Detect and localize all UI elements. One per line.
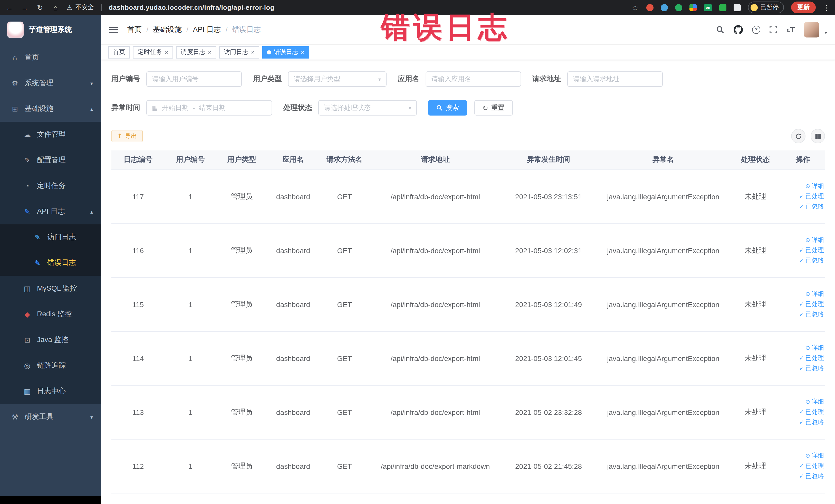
sidebar-item-home[interactable]: ⌂ 首页 (0, 45, 101, 70)
processed-link[interactable]: ✓已处理 (799, 300, 824, 309)
user-type-label: 用户类型 (253, 75, 282, 84)
user-id-input[interactable]: 请输入用户编号 (146, 72, 242, 87)
tab-scheduled-jobs[interactable]: 定时任务 × (133, 46, 173, 58)
search-icon (436, 105, 443, 111)
update-button[interactable]: 更新 (791, 2, 816, 13)
detail-link[interactable]: ⊙详细 (806, 398, 824, 406)
extension-icon-4[interactable] (690, 4, 697, 11)
user-type-select[interactable]: 请选择用户类型 ▾ (288, 72, 387, 87)
sidebar-item-access-log[interactable]: ✎ 访问日志 (0, 224, 101, 250)
ignore-link[interactable]: ✓已忽略 (799, 364, 824, 373)
breadcrumb-item[interactable]: 基础设施 (153, 25, 182, 34)
detail-link[interactable]: ⊙详细 (806, 289, 824, 298)
app-name-input[interactable]: 请输入应用名 (426, 72, 521, 87)
hamburger-icon[interactable] (109, 26, 118, 33)
ignore-link[interactable]: ✓已忽略 (799, 418, 824, 427)
sidebar-item-api-log[interactable]: ✎ API 日志 ▴ (0, 199, 101, 224)
processed-link[interactable]: ✓已处理 (799, 408, 824, 417)
reload-icon[interactable]: ↻ (36, 3, 44, 12)
cell-user-type: 管理员 (216, 223, 267, 277)
sidebar-item-mysql-monitor[interactable]: ◫ MySQL 监控 (0, 276, 101, 301)
refresh-button[interactable] (791, 129, 806, 143)
reset-button[interactable]: ↻ 重置 (474, 100, 513, 116)
date-range-input[interactable]: ▦ 开始日期 - 结束日期 (146, 100, 272, 116)
sidebar-item-tracing[interactable]: ◎ 链路追踪 (0, 353, 101, 379)
sidebar-item-scheduled-jobs[interactable]: ◔ 定时任务 (0, 173, 101, 199)
close-icon[interactable]: × (301, 48, 304, 56)
avatar[interactable] (804, 22, 820, 37)
request-url-input[interactable]: 请输入请求地址 (567, 72, 663, 87)
error-log-table: 日志编号 用户编号 用户类型 应用名 请求方法名 请求地址 异常发生时间 异常名… (111, 150, 825, 493)
timer-icon: ◔ (23, 182, 32, 190)
eye-icon: ⊙ (806, 183, 810, 189)
chevron-up-icon: ▴ (90, 209, 93, 215)
close-icon[interactable]: × (251, 48, 254, 56)
sidebar-item-file-manage[interactable]: ☁ 文件管理 (0, 122, 101, 147)
fullscreen-icon[interactable] (770, 26, 777, 33)
tab-label: 定时任务 (138, 48, 162, 57)
extension-icon-1[interactable] (646, 4, 653, 11)
security-chip[interactable]: ⚠ 不安全 (67, 3, 94, 12)
sidebar-item-java-monitor[interactable]: ⊡ Java 监控 (0, 327, 101, 353)
sidebar-item-system[interactable]: ⚙ 系统管理 ▾ (0, 70, 101, 96)
ignore-link[interactable]: ✓已忽略 (799, 202, 824, 211)
caret-down-icon[interactable]: ▾ (825, 30, 827, 35)
ignore-link[interactable]: ✓已忽略 (799, 256, 824, 265)
cell-exception: java.lang.IllegalArgumentException (596, 439, 730, 493)
search-button[interactable]: 搜索 (428, 100, 467, 116)
detail-link[interactable]: ⊙详细 (806, 182, 824, 190)
tab-access-log[interactable]: 访问日志 × (219, 46, 259, 58)
tab-schedule-log[interactable]: 调度日志 × (176, 46, 216, 58)
breadcrumb-item[interactable]: 首页 (127, 25, 142, 34)
sidebar-item-redis-monitor[interactable]: ◆ Redis 监控 (0, 301, 101, 327)
url-bar[interactable]: dashboard.yudao.iocoder.cn/infra/log/api… (109, 4, 274, 11)
tab-home[interactable]: 首页 (108, 46, 130, 58)
bookmark-star-icon[interactable]: ☆ (631, 3, 639, 12)
paused-badge[interactable]: 已暂停 (748, 2, 784, 13)
github-icon[interactable] (734, 25, 743, 34)
sidebar-logo[interactable]: 芋道管理系统 (0, 15, 101, 45)
cell-user-id: 1 (165, 223, 216, 277)
cell-method: GET (319, 169, 370, 223)
detail-link[interactable]: ⊙详细 (806, 236, 824, 244)
ignore-link[interactable]: ✓已忽略 (799, 472, 824, 481)
browser-menu-icon[interactable]: ⋮ (823, 3, 830, 12)
status-select[interactable]: 请选择处理状态 ▾ (318, 100, 417, 116)
detail-link[interactable]: ⊙详细 (806, 344, 824, 352)
search-icon[interactable] (716, 25, 725, 34)
ignore-link[interactable]: ✓已忽略 (799, 310, 824, 319)
forward-icon[interactable]: → (21, 3, 29, 12)
browser-home-icon[interactable]: ⌂ (51, 3, 60, 12)
extension-icon-6[interactable] (719, 4, 727, 11)
export-button[interactable]: ↥ 导出 (111, 130, 143, 142)
font-size-icon[interactable]: ⇅T (787, 25, 795, 34)
processed-link[interactable]: ✓已处理 (799, 246, 824, 255)
detail-link[interactable]: ⊙详细 (806, 451, 824, 460)
breadcrumb-item[interactable]: API 日志 (193, 25, 221, 34)
sidebar-item-log-center[interactable]: ▥ 日志中心 (0, 379, 101, 404)
processed-link[interactable]: ✓已处理 (799, 192, 824, 201)
sidebar-item-config-manage[interactable]: ✎ 配置管理 (0, 147, 101, 173)
extension-icon-5[interactable]: on (704, 4, 712, 11)
back-icon[interactable]: ← (5, 3, 13, 12)
extension-icon-2[interactable] (661, 4, 668, 11)
close-icon[interactable]: × (208, 48, 211, 56)
extension-icon-3[interactable] (675, 4, 682, 11)
calendar-icon: ▦ (152, 104, 158, 112)
column-settings-button[interactable] (811, 129, 825, 143)
sidebar-item-label: 首页 (25, 53, 39, 62)
tab-error-log[interactable]: 错误日志 × (262, 46, 309, 58)
warning-icon: ⚠ (67, 4, 73, 11)
sidebar-item-label: 访问日志 (47, 233, 76, 242)
sidebar-item-dev-tools[interactable]: ⚒ 研发工具 ▾ (0, 404, 101, 430)
logo-image (7, 22, 24, 38)
sidebar-item-error-log[interactable]: ✎ 错误日志 (0, 250, 101, 276)
close-icon[interactable]: × (165, 48, 168, 56)
cell-url: /api/infra/db-doc/export-markdown (370, 439, 501, 493)
extension-icon-7[interactable] (734, 4, 741, 11)
sidebar-item-infra[interactable]: ⊞ 基础设施 ▴ (0, 96, 101, 122)
help-icon[interactable]: ? (752, 25, 760, 34)
processed-link[interactable]: ✓已处理 (799, 354, 824, 363)
processed-link[interactable]: ✓已处理 (799, 462, 824, 470)
tools-icon: ⚒ (10, 413, 20, 421)
